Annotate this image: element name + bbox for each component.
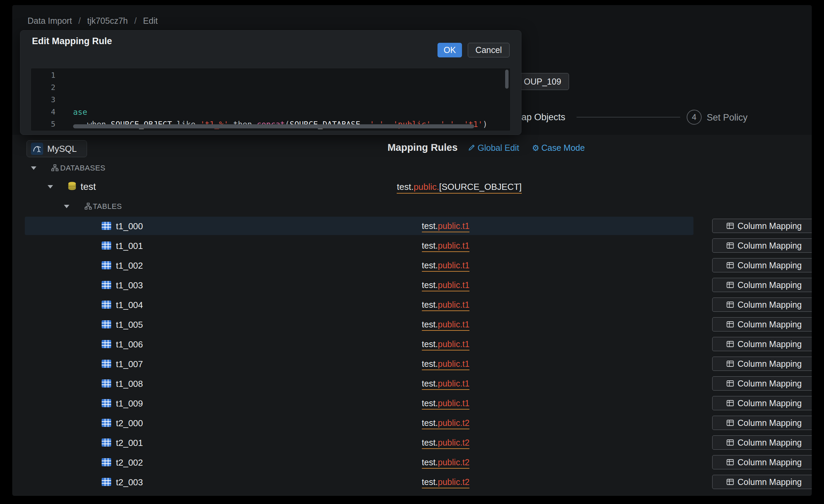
table-row[interactable]: t1_004 test.public.t1 Column Mapping [12, 295, 812, 314]
table-mapping-rule[interactable]: test.public.t1 [361, 241, 531, 251]
collapse-caret-icon[interactable] [64, 205, 69, 208]
tables-label: TABLES [93, 202, 122, 211]
mapping-schema-segment: public. [438, 418, 462, 428]
table-mapping-rule[interactable]: test.public.t1 [361, 320, 531, 329]
table-row[interactable]: t1_005 test.public.t1 Column Mapping [12, 314, 812, 334]
gear-icon: ⚙ [532, 144, 539, 152]
cancel-button[interactable]: Cancel [468, 43, 510, 57]
line-number-gutter: 12345 [31, 69, 55, 130]
table-row[interactable]: t2_003 test.public.t2 Column Mapping [12, 472, 812, 492]
column-mapping-label: Column Mapping [738, 280, 802, 290]
mapping-table-segment: t1 [462, 260, 469, 270]
wizard-step4-label: Set Policy [707, 112, 748, 123]
table-row[interactable]: t1_002 test.public.t1 Column Mapping [12, 255, 812, 275]
mapping-schema-segment: public. [438, 260, 462, 270]
mapping-table-segment: t2 [462, 477, 469, 487]
column-mapping-button[interactable]: Column Mapping [712, 416, 812, 430]
table-row[interactable]: t1_001 test.public.t1 Column Mapping [12, 236, 812, 255]
column-mapping-icon [726, 458, 734, 466]
mapping-db-segment: test. [422, 457, 438, 467]
column-mapping-button[interactable]: Column Mapping [712, 238, 812, 253]
mapping-table-segment: t1 [462, 339, 469, 349]
mapping-schema-segment: public. [438, 339, 462, 349]
ok-button[interactable]: OK [437, 43, 462, 57]
column-mapping-button[interactable]: Column Mapping [712, 376, 812, 391]
column-mapping-button[interactable]: Column Mapping [712, 258, 812, 272]
column-mapping-button[interactable]: Column Mapping [712, 317, 812, 331]
table-mapping-rule[interactable]: test.public.t1 [361, 260, 531, 270]
column-mapping-button[interactable]: Column Mapping [712, 455, 812, 469]
database-mapping-rule[interactable]: test.public.[SOURCE_OBJECT] [361, 182, 558, 192]
column-mapping-icon [726, 399, 734, 407]
table-row[interactable]: t1_006 test.public.t1 Column Mapping [12, 334, 812, 354]
datasource-button[interactable]: MySQL [27, 140, 87, 157]
column-mapping-button[interactable]: Column Mapping [712, 396, 812, 410]
column-mapping-label: Column Mapping [738, 359, 802, 369]
column-mapping-icon [726, 379, 734, 388]
table-row[interactable]: t1_003 test.public.t1 Column Mapping [12, 275, 812, 295]
table-mapping-rule[interactable]: test.public.t1 [361, 280, 531, 290]
mapping-rules-title: Mapping Rules [386, 142, 459, 153]
databases-label: DATABASES [60, 164, 105, 173]
collapse-caret-icon[interactable] [48, 185, 53, 188]
horizontal-scrollbar[interactable] [73, 124, 474, 128]
table-name: t1_002 [116, 260, 143, 271]
case-mode-label: Case Mode [542, 143, 585, 153]
table-name: t1_005 [116, 320, 143, 330]
global-edit-link[interactable]: Global Edit [468, 143, 519, 153]
column-mapping-button[interactable]: Column Mapping [712, 337, 812, 351]
breadcrumb-item-task-id[interactable]: tjk705cz7h [87, 16, 128, 25]
table-mapping-rule[interactable]: test.public.t1 [361, 379, 531, 389]
table-name: t2_003 [116, 477, 143, 488]
mapping-db-segment: test. [422, 359, 438, 368]
table-mapping-rule[interactable]: test.public.t1 [361, 300, 531, 310]
table-list: t1_000 test.public.t1 Column Mapping [12, 216, 812, 492]
column-mapping-button[interactable]: Column Mapping [712, 298, 812, 312]
database-name: test [81, 181, 96, 192]
collapse-caret-icon[interactable] [31, 166, 36, 170]
table-row[interactable]: t2_001 test.public.t2 Column Mapping [12, 433, 812, 452]
mapping-schema-segment: public. [438, 457, 462, 467]
case-mode-link[interactable]: ⚙ Case Mode [532, 143, 585, 153]
column-mapping-button[interactable]: Column Mapping [712, 278, 812, 292]
table-mapping-rule[interactable]: test.public.t1 [361, 359, 531, 369]
column-mapping-button[interactable]: Column Mapping [712, 357, 812, 371]
vertical-scrollbar[interactable] [505, 70, 509, 89]
table-mapping-rule[interactable]: test.public.t2 [361, 477, 531, 487]
column-mapping-button[interactable]: Column Mapping [712, 435, 812, 450]
table-name: t1_000 [116, 221, 143, 232]
table-mapping-rule[interactable]: test.public.t1 [361, 398, 531, 408]
mapping-table-segment: t1 [462, 280, 469, 290]
table-row[interactable]: t1_008 test.public.t1 Column Mapping [12, 374, 812, 393]
tree-row-databases: DATABASES [12, 160, 812, 176]
column-mapping-button[interactable]: Column Mapping [712, 219, 812, 233]
table-mapping-rule[interactable]: test.public.t1 [361, 221, 531, 231]
column-mapping-label: Column Mapping [738, 300, 802, 310]
column-mapping-button[interactable]: Column Mapping [712, 475, 812, 489]
mapping-rule-code-editor[interactable]: 12345 ase when SOURCE_OBJECT like 't1_%'… [31, 68, 511, 131]
table-icon [101, 418, 111, 428]
tree-row-database-test[interactable]: test test.public.[SOURCE_OBJECT] [12, 178, 812, 196]
code-line: ase [73, 106, 487, 118]
mapping-db-segment: test. [422, 300, 438, 309]
table-icon [101, 398, 111, 408]
mapping-table-segment: t1 [462, 300, 469, 309]
mapping-db-segment: test. [422, 241, 438, 250]
table-mapping-rule[interactable]: test.public.t2 [361, 438, 531, 448]
table-name: t1_007 [116, 359, 143, 370]
table-row[interactable]: t2_002 test.public.t2 Column Mapping [12, 452, 812, 472]
code-content[interactable]: ase when SOURCE_OBJECT like 't1_%' then … [73, 69, 487, 131]
wizard-step4-circle: 4 [687, 110, 702, 125]
table-icon [101, 221, 111, 231]
table-mapping-rule[interactable]: test.public.t2 [361, 418, 531, 428]
table-row[interactable]: t2_000 test.public.t2 Column Mapping [12, 413, 812, 433]
table-row[interactable]: t1_009 test.public.t1 Column Mapping [12, 393, 812, 413]
breadcrumb-item-data-import[interactable]: Data Import [28, 16, 72, 25]
breadcrumb-item-edit: Edit [143, 16, 158, 25]
table-mapping-rule[interactable]: test.public.t2 [361, 457, 531, 467]
datasource-label: MySQL [47, 144, 77, 154]
table-row[interactable]: t1_007 test.public.t1 Column Mapping [12, 354, 812, 374]
breadcrumb-separator: / [134, 16, 137, 25]
table-row[interactable]: t1_000 test.public.t1 Column Mapping [12, 216, 812, 236]
table-mapping-rule[interactable]: test.public.t1 [361, 339, 531, 349]
